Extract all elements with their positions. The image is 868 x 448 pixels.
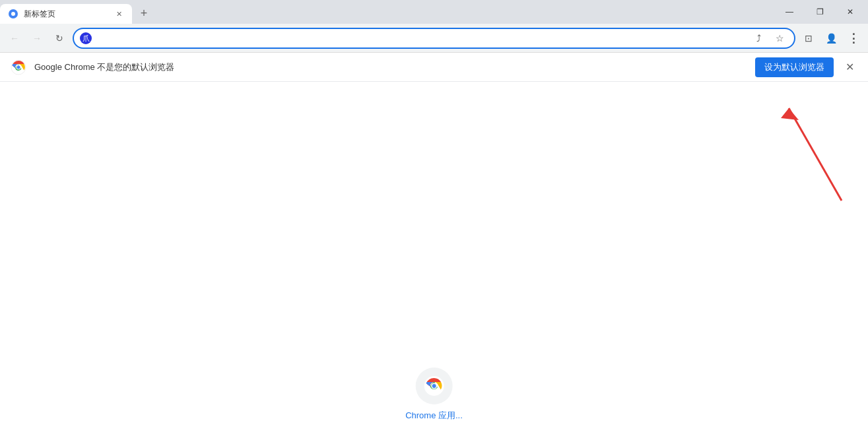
svg-line-10 (789, 108, 842, 201)
active-tab[interactable]: 新标签页 ✕ (0, 4, 132, 24)
svg-marker-11 (781, 108, 799, 120)
tab-close-button[interactable]: ✕ (114, 9, 124, 19)
menu-button[interactable]: ⋮ (844, 29, 863, 48)
toolbar: ← → ↻ 爪 ⤴ ☆ ⊡ 👤 ⋮ (0, 24, 868, 53)
set-default-button[interactable]: 设为默认浏览器 (755, 57, 834, 77)
svg-text:爪: 爪 (83, 34, 90, 42)
svg-point-6 (17, 65, 20, 69)
restore-button[interactable]: ❐ (805, 0, 835, 24)
tab-title: 新标签页 (24, 9, 108, 20)
forward-button[interactable]: → (28, 29, 46, 48)
tab-favicon (8, 9, 18, 19)
minimize-button[interactable]: — (774, 0, 805, 24)
tab-search-button[interactable]: ⊡ (799, 29, 818, 48)
chrome-app-icon-circle (416, 368, 453, 404)
titlebar: 新标签页 ✕ + — ❐ ✕ (0, 0, 868, 24)
address-favicon: 爪 (79, 32, 92, 45)
back-button[interactable]: ← (5, 29, 24, 48)
tab-strip: 新标签页 ✕ + (0, 0, 772, 24)
address-input[interactable] (96, 33, 745, 44)
svg-point-9 (432, 384, 436, 388)
new-tab-button[interactable]: + (135, 4, 153, 22)
profile-button[interactable]: 👤 (822, 29, 840, 48)
infobar: Google Chrome 不是您的默认浏览器 设为默认浏览器 ✕ (0, 53, 868, 82)
infobar-chrome-icon (11, 59, 26, 75)
titlebar-controls: — ❐ ✕ (772, 0, 868, 24)
infobar-close-button[interactable]: ✕ (842, 59, 857, 75)
chrome-app-label: Chrome 应用... (405, 410, 463, 422)
main-content: Chrome 应用... (0, 82, 868, 448)
address-bar[interactable]: 爪 ⤴ ☆ (73, 28, 795, 49)
chrome-app-icon (424, 375, 445, 397)
close-button[interactable]: ✕ (835, 0, 865, 24)
bookmark-icon[interactable]: ☆ (770, 29, 789, 48)
chrome-app-section[interactable]: Chrome 应用... (405, 368, 463, 422)
refresh-button[interactable]: ↻ (50, 29, 69, 48)
infobar-message: Google Chrome 不是您的默认浏览器 (34, 61, 747, 73)
address-right-icons: ⤴ ☆ (749, 29, 789, 48)
red-arrow-annotation (776, 95, 855, 216)
svg-point-1 (11, 12, 15, 16)
share-icon[interactable]: ⤴ (749, 29, 768, 48)
